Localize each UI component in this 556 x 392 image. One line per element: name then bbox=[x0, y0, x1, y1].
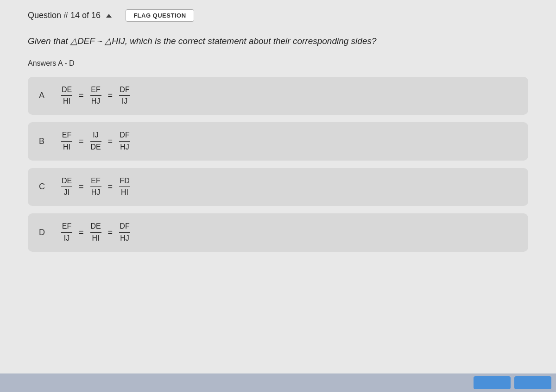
fraction-numerator: EF bbox=[90, 176, 101, 187]
fraction-denominator: IJ bbox=[61, 233, 72, 243]
answer-option-c[interactable]: CDEJI=EFHJ=FDHI bbox=[28, 168, 528, 206]
fraction-numerator: DE bbox=[90, 222, 101, 233]
fraction-1-2: DFHJ bbox=[119, 131, 130, 152]
equals-sign: = bbox=[79, 91, 84, 100]
fraction-numerator: FD bbox=[119, 176, 130, 187]
equals-sign: = bbox=[108, 228, 113, 237]
answers-label: Answers A - D bbox=[28, 59, 528, 68]
equals-sign: = bbox=[108, 91, 113, 100]
question-text: Given that △DEF ~ △HIJ, which is the cor… bbox=[28, 35, 528, 48]
question-text-content: Given that △DEF ~ △HIJ, which is the cor… bbox=[28, 36, 377, 46]
fraction-group-a: DEHI=EFHJ=DFIJ bbox=[61, 85, 130, 107]
bottom-bar bbox=[0, 373, 556, 392]
fraction-denominator: HI bbox=[119, 187, 130, 198]
equals-sign: = bbox=[79, 228, 84, 237]
chevron-up-icon[interactable] bbox=[106, 14, 112, 18]
question-number-text: Question # 14 of 16 bbox=[28, 11, 101, 20]
fraction-1-0: EFHI bbox=[61, 131, 72, 152]
main-container: Question # 14 of 16 FLAG QUESTION Given … bbox=[0, 0, 556, 392]
fraction-denominator: HI bbox=[61, 142, 72, 152]
nav-button-2[interactable] bbox=[514, 376, 551, 389]
fraction-0-2: DFIJ bbox=[119, 85, 130, 107]
fraction-numerator: DF bbox=[119, 222, 130, 233]
fraction-denominator: HJ bbox=[119, 233, 130, 243]
fraction-2-0: DEJI bbox=[61, 176, 72, 198]
fraction-0-0: DEHI bbox=[61, 85, 72, 107]
fraction-numerator: IJ bbox=[90, 131, 101, 142]
fraction-numerator: DE bbox=[61, 85, 72, 96]
question-number: Question # 14 of 16 bbox=[28, 11, 112, 20]
fraction-3-1: DEHI bbox=[90, 222, 101, 243]
flag-question-button[interactable]: FLAG QUESTION bbox=[126, 9, 194, 22]
answer-option-d[interactable]: DEFIJ=DEHI=DFHJ bbox=[28, 213, 528, 252]
equals-sign: = bbox=[108, 182, 113, 192]
fraction-denominator: IJ bbox=[119, 96, 130, 106]
answers-container: ADEHI=EFHJ=DFIJBEFHI=IJDE=DFHJCDEJI=EFHJ… bbox=[28, 77, 528, 252]
fraction-1-1: IJDE bbox=[90, 131, 101, 152]
fraction-group-d: EFIJ=DEHI=DFHJ bbox=[61, 222, 130, 243]
header-row: Question # 14 of 16 FLAG QUESTION bbox=[28, 9, 528, 22]
equals-sign: = bbox=[108, 137, 113, 146]
fraction-denominator: DE bbox=[90, 142, 101, 152]
fraction-denominator: HJ bbox=[119, 142, 130, 152]
fraction-2-1: EFHJ bbox=[90, 176, 101, 198]
fraction-2-2: FDHI bbox=[119, 176, 130, 198]
fraction-group-c: DEJI=EFHJ=FDHI bbox=[61, 176, 130, 198]
fraction-3-0: EFIJ bbox=[61, 222, 72, 243]
nav-button-1[interactable] bbox=[474, 376, 511, 389]
answer-letter-a: A bbox=[39, 91, 48, 100]
fraction-numerator: EF bbox=[90, 85, 101, 96]
fraction-numerator: DF bbox=[119, 85, 130, 96]
answer-option-b[interactable]: BEFHI=IJDE=DFHJ bbox=[28, 122, 528, 161]
fraction-denominator: HJ bbox=[90, 187, 101, 198]
answer-letter-d: D bbox=[39, 228, 48, 237]
equals-sign: = bbox=[79, 182, 84, 192]
equals-sign: = bbox=[79, 137, 84, 146]
answer-letter-b: B bbox=[39, 137, 48, 146]
answer-option-a[interactable]: ADEHI=EFHJ=DFIJ bbox=[28, 77, 528, 115]
fraction-numerator: DF bbox=[119, 131, 130, 142]
fraction-group-b: EFHI=IJDE=DFHJ bbox=[61, 131, 130, 152]
fraction-denominator: HI bbox=[90, 233, 101, 243]
fraction-3-2: DFHJ bbox=[119, 222, 130, 243]
fraction-numerator: DE bbox=[61, 176, 72, 187]
fraction-0-1: EFHJ bbox=[90, 85, 101, 107]
answer-letter-c: C bbox=[39, 182, 48, 192]
fraction-denominator: JI bbox=[61, 187, 72, 198]
fraction-numerator: EF bbox=[61, 222, 72, 233]
fraction-denominator: HJ bbox=[90, 96, 101, 106]
fraction-denominator: HI bbox=[61, 96, 72, 106]
fraction-numerator: EF bbox=[61, 131, 72, 142]
